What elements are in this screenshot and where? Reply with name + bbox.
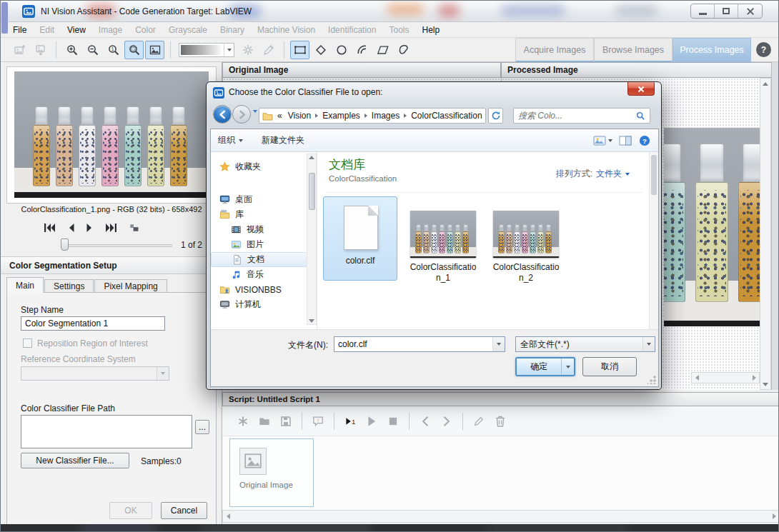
sidebar-item-label: 图片 bbox=[247, 239, 264, 251]
filename-combo[interactable] bbox=[334, 336, 505, 352]
roi-rectangle-button[interactable] bbox=[290, 41, 309, 59]
filetype-combo[interactable]: 全部文件(*.*) bbox=[515, 336, 655, 352]
sidebar-item-文档[interactable]: 文档 bbox=[211, 252, 317, 267]
processed-vertical-scrollbar[interactable] bbox=[760, 78, 771, 390]
breadcrumb-item-images[interactable]: Images bbox=[369, 111, 402, 121]
forward-icon[interactable] bbox=[232, 105, 251, 124]
menu-item-file[interactable]: File bbox=[6, 23, 33, 37]
zoom-out-button[interactable] bbox=[83, 41, 102, 59]
sidebar-item-计算机[interactable]: 计算机 bbox=[211, 297, 317, 312]
thumbnail-view-icon[interactable] bbox=[129, 224, 139, 232]
sidebar-item-音乐[interactable]: 音乐 bbox=[211, 267, 317, 282]
breadcrumb-item-colorclassification[interactable]: ColorClassification bbox=[408, 111, 485, 121]
maximize-button[interactable] bbox=[715, 4, 738, 18]
setup-tabs: MainSettingsPixel Mapping bbox=[6, 277, 217, 293]
dialog-close-icon[interactable] bbox=[627, 82, 655, 96]
file-item-colorclassification_1[interactable]: ColorClassification_1 bbox=[406, 196, 480, 281]
files-scrollbar[interactable] bbox=[649, 152, 658, 329]
roi-annulus-button[interactable] bbox=[352, 41, 372, 59]
cancel-button[interactable]: Cancel bbox=[161, 502, 207, 519]
slider-thumb[interactable] bbox=[61, 239, 69, 251]
script-horizontal-scrollbar[interactable] bbox=[222, 510, 779, 523]
close-button[interactable] bbox=[738, 4, 762, 18]
step-name-input[interactable] bbox=[21, 316, 165, 331]
menu-item-help[interactable]: Help bbox=[416, 23, 447, 37]
filetype-dropdown-icon[interactable] bbox=[642, 337, 655, 351]
tab-settings[interactable]: Settings bbox=[44, 279, 94, 293]
processed-horizontal-scrollbar[interactable] bbox=[691, 372, 760, 383]
arrange-value[interactable]: 文件夹 bbox=[596, 168, 622, 180]
search-icon[interactable] bbox=[635, 111, 645, 121]
previous-image-icon[interactable] bbox=[68, 224, 74, 232]
window-vertical-scrollbar[interactable] bbox=[771, 62, 779, 390]
file-item-colorclassification_2[interactable]: ColorClassification_2 bbox=[489, 196, 563, 281]
breadcrumb-item-vision[interactable]: Vision bbox=[285, 111, 314, 121]
palette-gradient-select[interactable] bbox=[179, 43, 234, 57]
filename-dropdown-icon[interactable] bbox=[492, 337, 505, 351]
search-input[interactable] bbox=[518, 111, 635, 121]
script-step-original-image[interactable]: Original Image bbox=[229, 438, 314, 507]
mode-tab-process-images[interactable]: Process Images bbox=[673, 38, 751, 62]
new-folder-button[interactable]: 新建文件夹 bbox=[262, 134, 304, 146]
sidebar-item-视频[interactable]: 视频 bbox=[211, 222, 317, 237]
views-icon[interactable] bbox=[593, 135, 612, 146]
back-icon[interactable] bbox=[213, 105, 232, 124]
dialog-cancel-button[interactable]: 取消 bbox=[582, 357, 637, 376]
menu-item-view[interactable]: View bbox=[61, 23, 92, 37]
search-box[interactable] bbox=[513, 108, 650, 124]
zoom-image-fit-button[interactable] bbox=[145, 41, 164, 59]
refresh-icon[interactable] bbox=[488, 108, 503, 124]
address-dropdown-icon[interactable] bbox=[485, 114, 486, 117]
arrange-by-control[interactable]: 排列方式: 文件夹 bbox=[556, 168, 630, 180]
dialog-ok-dropdown-icon[interactable] bbox=[561, 358, 574, 375]
sidebar-item-visionbbs[interactable]: VISIONBBS bbox=[211, 282, 317, 297]
file-item-color.clf[interactable]: color.clf bbox=[323, 196, 397, 281]
zoom-fit-button[interactable] bbox=[124, 41, 144, 59]
toolbar-separator bbox=[462, 413, 463, 430]
address-bar[interactable]: « VisionExamplesImagesColorClassificatio… bbox=[259, 108, 486, 124]
minimize-button[interactable] bbox=[691, 4, 715, 18]
slider-track[interactable] bbox=[65, 244, 172, 247]
tab-pixel-mapping[interactable]: Pixel Mapping bbox=[94, 279, 167, 293]
filename-input[interactable] bbox=[334, 339, 492, 349]
organize-menu[interactable]: 组织 bbox=[218, 134, 243, 146]
help-icon[interactable]: ? bbox=[756, 42, 771, 57]
preview-pane-icon[interactable] bbox=[619, 135, 632, 146]
palette-dropdown-icon[interactable] bbox=[224, 44, 234, 56]
roi-oval-button[interactable] bbox=[332, 41, 351, 59]
pencil-icon bbox=[262, 44, 275, 56]
preview-photo[interactable] bbox=[14, 71, 209, 198]
sidebar-item-桌面[interactable]: 桌面 bbox=[211, 192, 317, 207]
help-icon[interactable]: ? bbox=[638, 135, 651, 146]
new-classifier-button[interactable]: New Classifier File... bbox=[21, 453, 129, 468]
browse-classifier-button[interactable]: ... bbox=[195, 420, 209, 434]
zoom-1-button[interactable]: 1 bbox=[104, 41, 123, 59]
sidebar-item-收藏夹[interactable]: 收藏夹 bbox=[211, 159, 317, 174]
next-image-icon[interactable] bbox=[86, 224, 93, 232]
sidebar-item-图片[interactable]: 图片 bbox=[211, 237, 317, 252]
mode-tab-acquire-images[interactable]: Acquire Images bbox=[515, 38, 594, 62]
sidebar-scrollbar[interactable] bbox=[307, 154, 317, 325]
run-once-button[interactable]: 1 bbox=[341, 412, 359, 431]
last-image-icon[interactable] bbox=[105, 224, 117, 232]
processed-photo[interactable] bbox=[664, 128, 760, 326]
resize-grip[interactable] bbox=[647, 376, 656, 384]
zoom-in-button[interactable] bbox=[62, 41, 81, 59]
roi-rotated-rect-button[interactable] bbox=[311, 41, 330, 59]
classifier-path-field[interactable] bbox=[21, 415, 192, 448]
sidebar-item-库[interactable]: 库 bbox=[211, 207, 317, 222]
dialog-ok-button[interactable]: 确定 bbox=[517, 358, 561, 375]
bottle-body bbox=[431, 231, 437, 254]
breadcrumb-item-examples[interactable]: Examples bbox=[319, 111, 363, 121]
title-bar: NI Vision Assistant - Code Generation Ta… bbox=[1, 1, 779, 22]
roi-annulus-icon bbox=[356, 44, 369, 56]
sidebar-scrollbar-thumb[interactable] bbox=[309, 173, 315, 210]
roi-polygon-button[interactable] bbox=[373, 41, 392, 59]
roi-freehand-button[interactable] bbox=[394, 41, 413, 59]
window-scrollbar-thumb[interactable] bbox=[1, 2, 8, 34]
first-image-icon[interactable] bbox=[44, 224, 56, 232]
dialog-ok-split-button[interactable]: 确定 bbox=[515, 357, 575, 376]
history-dropdown-icon[interactable] bbox=[253, 113, 257, 123]
tab-main[interactable]: Main bbox=[6, 277, 44, 293]
mode-tab-browse-images[interactable]: Browse Images bbox=[594, 38, 673, 62]
